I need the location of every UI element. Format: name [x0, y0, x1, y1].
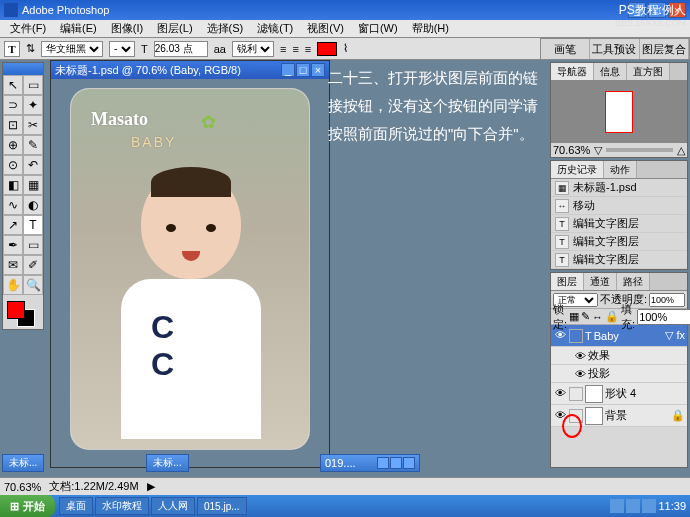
taskbar-item[interactable]: 015.jp... [197, 497, 247, 515]
fx-icon[interactable]: ▽ fx [665, 329, 685, 342]
move-tool[interactable]: ↖ [3, 75, 23, 95]
tab-tool-presets[interactable]: 工具预设 [590, 39, 639, 59]
menu-window[interactable]: 窗口(W) [352, 19, 404, 38]
visibility-icon[interactable]: 👁 [553, 329, 567, 343]
pen-tool[interactable]: ✒ [3, 235, 23, 255]
zoom-tool[interactable]: 🔍 [23, 275, 43, 295]
menu-select[interactable]: 选择(S) [201, 19, 250, 38]
doc-close-button[interactable]: × [311, 63, 325, 77]
layer-effects[interactable]: 👁效果 [551, 347, 687, 365]
visibility-icon[interactable]: 👁 [553, 387, 567, 401]
layer-dropshadow[interactable]: 👁投影 [551, 365, 687, 383]
tray-icon[interactable] [642, 499, 656, 513]
gradient-tool[interactable]: ▦ [23, 175, 43, 195]
tab-paths[interactable]: 路径 [617, 273, 650, 290]
lock-paint-icon[interactable]: ✎ [581, 310, 590, 323]
taskbar-item[interactable]: 桌面 [59, 497, 93, 515]
menu-file[interactable]: 文件(F) [4, 19, 52, 38]
eyedropper-tool[interactable]: ✐ [23, 255, 43, 275]
fill-input[interactable] [637, 309, 690, 325]
link-icon[interactable] [569, 387, 583, 401]
canvas[interactable]: Masato BABY ✿ [71, 89, 309, 449]
align-right-icon[interactable]: ≡ [305, 43, 311, 55]
tab-brushes[interactable]: 画笔 [541, 39, 590, 59]
brush-tool[interactable]: ✎ [23, 135, 43, 155]
opacity-input[interactable] [649, 293, 685, 307]
history-item[interactable]: ↔移动 [551, 197, 687, 215]
tab-layer-comps[interactable]: 图层复合 [640, 39, 689, 59]
doc2-min[interactable] [377, 457, 389, 469]
tab-actions[interactable]: 动作 [604, 161, 637, 178]
menu-image[interactable]: 图像(I) [105, 19, 149, 38]
taskbar-item[interactable]: 人人网 [151, 497, 195, 515]
status-arrow-icon[interactable]: ▶ [147, 480, 155, 493]
start-button[interactable]: ⊞开始 [0, 495, 55, 517]
doc2-max[interactable] [390, 457, 402, 469]
text-color-swatch[interactable] [317, 42, 337, 56]
history-item[interactable]: T编辑文字图层 [551, 251, 687, 269]
tab-histogram[interactable]: 直方图 [627, 63, 670, 80]
type-tool-icon[interactable]: T [4, 41, 20, 57]
doc-tab-2[interactable]: 未标... [146, 454, 188, 472]
doc2-close[interactable] [403, 457, 415, 469]
eraser-tool[interactable]: ◧ [3, 175, 23, 195]
font-style-select[interactable]: - [109, 41, 135, 57]
notes-tool[interactable]: ✉ [3, 255, 23, 275]
document-window-2[interactable]: 019.... [320, 454, 420, 472]
tab-history[interactable]: 历史记录 [551, 161, 604, 178]
shape-tool[interactable]: ▭ [23, 235, 43, 255]
layer-item-shape4[interactable]: 👁形状 4 [551, 383, 687, 405]
eye-icon[interactable]: 👁 [575, 368, 586, 380]
doc-tab-1[interactable]: 未标... [2, 454, 44, 472]
hand-tool[interactable]: ✋ [3, 275, 23, 295]
menu-filter[interactable]: 滤镜(T) [251, 19, 299, 38]
dodge-tool[interactable]: ◐ [23, 195, 43, 215]
menu-edit[interactable]: 编辑(E) [54, 19, 103, 38]
type-tool[interactable]: T [23, 215, 43, 235]
taskbar-item[interactable]: 水印教程 [95, 497, 149, 515]
tab-layers[interactable]: 图层 [551, 273, 584, 290]
historybrush-tool[interactable]: ↶ [23, 155, 43, 175]
link-icon[interactable] [569, 329, 583, 343]
stamp-tool[interactable]: ⊙ [3, 155, 23, 175]
clock[interactable]: 11:39 [658, 500, 686, 512]
tray-icon[interactable] [626, 499, 640, 513]
history-item[interactable]: ▦未标题-1.psd [551, 179, 687, 197]
tab-channels[interactable]: 通道 [584, 273, 617, 290]
history-item[interactable]: T编辑文字图层 [551, 233, 687, 251]
eye-icon[interactable]: 👁 [575, 350, 586, 362]
marquee-tool[interactable]: ▭ [23, 75, 43, 95]
align-left-icon[interactable]: ≡ [280, 43, 286, 55]
path-tool[interactable]: ↗ [3, 215, 23, 235]
tab-info[interactable]: 信息 [594, 63, 627, 80]
font-size-input[interactable] [154, 41, 208, 57]
blur-tool[interactable]: ∿ [3, 195, 23, 215]
font-family-select[interactable]: 华文细黑 [41, 41, 103, 57]
crop-tool[interactable]: ⊡ [3, 115, 23, 135]
antialiasing-select[interactable]: 锐利 [232, 41, 274, 57]
zoom-out-icon[interactable]: ▽ [594, 144, 602, 157]
status-docsize[interactable]: 文档:1.22M/2.49M [49, 479, 138, 494]
lock-all-icon[interactable]: 🔒 [605, 310, 619, 323]
zoom-slider[interactable] [606, 148, 673, 152]
status-zoom[interactable]: 70.63% [4, 481, 41, 493]
lock-move-icon[interactable]: ↔ [592, 311, 603, 323]
warp-text-icon[interactable]: ⌇ [343, 42, 348, 55]
layer-item-baby[interactable]: 👁TBaby▽ fx [551, 325, 687, 347]
history-item[interactable]: T编辑文字图层 [551, 215, 687, 233]
lasso-tool[interactable]: ⊃ [3, 95, 23, 115]
zoom-in-icon[interactable]: △ [677, 144, 685, 157]
tray-icon[interactable] [610, 499, 624, 513]
slice-tool[interactable]: ✂ [23, 115, 43, 135]
tab-navigator[interactable]: 导航器 [551, 63, 594, 80]
menu-help[interactable]: 帮助(H) [406, 19, 455, 38]
healing-tool[interactable]: ⊕ [3, 135, 23, 155]
navigator-preview[interactable] [551, 81, 687, 143]
menu-layer[interactable]: 图层(L) [151, 19, 198, 38]
lock-trans-icon[interactable]: ▦ [569, 310, 579, 323]
toolbox-title[interactable] [3, 63, 43, 75]
menu-view[interactable]: 视图(V) [301, 19, 350, 38]
orientation-icon[interactable]: ⇅ [26, 42, 35, 55]
document-titlebar[interactable]: 未标题-1.psd @ 70.6% (Baby, RGB/8) _□× [51, 61, 329, 79]
fg-color[interactable] [7, 301, 25, 319]
